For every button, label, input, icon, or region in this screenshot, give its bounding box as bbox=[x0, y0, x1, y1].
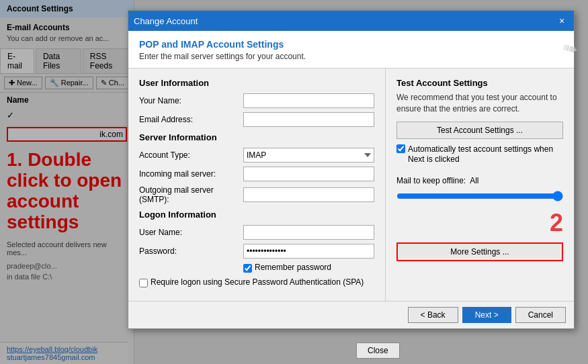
logon-info-section-title: Logon Information bbox=[139, 210, 374, 220]
username-input[interactable] bbox=[243, 225, 374, 240]
account-type-row: Account Type: IMAP POP3 bbox=[139, 148, 374, 163]
password-row: Password: bbox=[139, 244, 374, 259]
dialog-titlebar: Change Account × bbox=[128, 11, 574, 31]
dialog-close-button[interactable]: × bbox=[555, 14, 569, 28]
next-button[interactable]: Next > bbox=[462, 307, 511, 323]
dialog-footer: < Back Next > Cancel bbox=[128, 301, 574, 328]
left-column: User Information Your Name: Email Addres… bbox=[128, 69, 386, 301]
outgoing-server-input[interactable] bbox=[243, 187, 374, 202]
dialog-body: User Information Your Name: Email Addres… bbox=[128, 69, 574, 301]
number-badge: 2 bbox=[396, 209, 563, 237]
user-info-section-title: User Information bbox=[139, 78, 374, 88]
auto-test-row: Automatically test account settings when… bbox=[396, 144, 563, 165]
your-name-input[interactable] bbox=[243, 93, 374, 108]
dialog-header: POP and IMAP Account Settings Enter the … bbox=[128, 31, 574, 69]
dialog-title: Change Account bbox=[134, 16, 198, 26]
mail-offline-slider[interactable] bbox=[396, 191, 563, 201]
spa-label: Require logon using Secure Password Auth… bbox=[151, 277, 364, 288]
email-address-label: Email Address: bbox=[139, 115, 243, 124]
password-label: Password: bbox=[139, 246, 243, 256]
spa-checkbox[interactable] bbox=[139, 279, 148, 287]
your-name-label: Your Name: bbox=[139, 96, 243, 105]
dialog-header-title: POP and IMAP Account Settings bbox=[139, 39, 563, 50]
test-description: We recommend that you test your account … bbox=[396, 92, 563, 115]
dialog-header-subtitle: Enter the mail server settings for your … bbox=[139, 52, 563, 61]
account-type-select[interactable]: IMAP POP3 bbox=[243, 148, 374, 163]
cancel-button[interactable]: Cancel bbox=[515, 307, 566, 323]
test-account-settings-button[interactable]: Test Account Settings ... bbox=[396, 122, 563, 139]
account-type-label: Account Type: bbox=[139, 150, 243, 160]
remember-password-row: Remember password bbox=[243, 263, 374, 273]
more-settings-button[interactable]: More Settings ... bbox=[396, 242, 563, 261]
username-label: User Name: bbox=[139, 228, 243, 237]
email-address-input[interactable] bbox=[243, 112, 374, 127]
back-button[interactable]: < Back bbox=[408, 307, 458, 323]
auto-test-checkbox[interactable] bbox=[396, 144, 405, 153]
email-address-row: Email Address: bbox=[139, 112, 374, 127]
mail-offline-row: Mail to keep offline: All bbox=[396, 176, 563, 185]
mail-offline-slider-container bbox=[396, 191, 563, 203]
test-section-title: Test Account Settings bbox=[396, 78, 563, 88]
spa-row: Require logon using Secure Password Auth… bbox=[139, 277, 374, 288]
outgoing-server-row: Outgoing mail server (SMTP): bbox=[139, 185, 374, 204]
remember-password-label: Remember password bbox=[255, 263, 331, 273]
remember-password-checkbox[interactable] bbox=[243, 264, 252, 273]
change-account-dialog: Change Account × POP and IMAP Account Se… bbox=[128, 10, 575, 329]
right-column: Test Account Settings We recommend that … bbox=[386, 69, 574, 301]
auto-test-label: Automatically test account settings when… bbox=[408, 144, 563, 165]
password-input[interactable] bbox=[243, 244, 374, 259]
outgoing-server-label: Outgoing mail server (SMTP): bbox=[139, 185, 243, 204]
close-button[interactable]: Close bbox=[356, 343, 400, 359]
incoming-server-input[interactable] bbox=[243, 167, 374, 181]
mail-offline-value: All bbox=[470, 176, 478, 185]
server-info-section-title: Server Information bbox=[139, 132, 374, 142]
mail-offline-label: Mail to keep offline: bbox=[396, 176, 466, 185]
incoming-server-label: Incoming mail server: bbox=[139, 169, 243, 179]
incoming-server-row: Incoming mail server: bbox=[139, 167, 374, 181]
username-row: User Name: bbox=[139, 225, 374, 240]
your-name-row: Your Name: bbox=[139, 93, 374, 108]
